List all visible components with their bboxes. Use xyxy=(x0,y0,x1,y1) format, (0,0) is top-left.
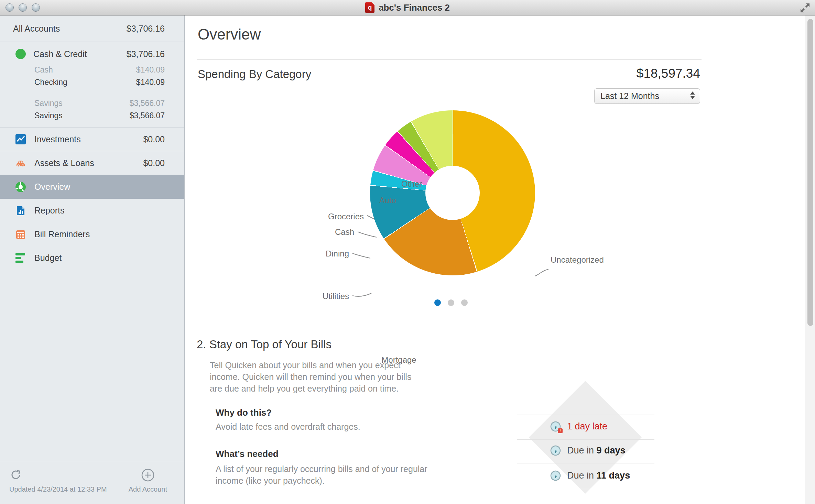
slice-label-uncategorized: Uncategorized xyxy=(551,255,604,265)
alert-badge xyxy=(558,428,563,433)
account-type-row: Savings $3,566.07 xyxy=(0,99,184,108)
why-heading: Why do this? xyxy=(216,407,272,418)
slice-label-dining: Dining xyxy=(319,249,349,259)
add-account-button[interactable]: Add Account xyxy=(129,468,167,504)
clock-icon xyxy=(550,445,561,456)
sidebar-item-checking[interactable]: Checking $140.09 xyxy=(0,78,184,87)
car-icon xyxy=(15,158,26,168)
bill-status-text: 1 day late xyxy=(567,421,607,432)
add-account-label: Add Account xyxy=(129,485,167,493)
quicken-document-icon xyxy=(365,2,374,13)
spending-donut-chart: Other Auto Groceries Cash Dining Utiliti… xyxy=(185,95,815,315)
zoom-button[interactable] xyxy=(32,3,40,12)
all-accounts-amount: $3,706.16 xyxy=(127,24,165,34)
cash-credit-group: Cash & Credit $3,706.16 Cash $140.09 Che… xyxy=(0,42,184,128)
sidebar-item-reports[interactable]: Reports xyxy=(0,199,184,222)
clock-icon xyxy=(550,470,561,481)
sidebar-item-label: Overview xyxy=(34,182,70,192)
slice-label-cash: Cash xyxy=(327,227,354,237)
bill-row-late: 1 day late xyxy=(550,421,607,432)
account-type-row: Cash $140.09 xyxy=(0,65,184,75)
page-title: Overview xyxy=(198,26,261,43)
refresh-icon xyxy=(9,468,22,482)
account-type-label: Cash xyxy=(34,65,53,75)
bills-intro-text: Tell Quicken about your bills and when y… xyxy=(210,359,411,394)
divider xyxy=(197,59,702,60)
sidebar-item-all-accounts[interactable]: All Accounts $3,706.16 xyxy=(0,15,184,42)
carousel-dot[interactable] xyxy=(461,299,468,306)
slice-label-utilities: Utilities xyxy=(317,292,349,301)
bill-row-due: Due in 9 days xyxy=(550,445,626,456)
sidebar-item-label: Assets & Loans xyxy=(34,158,94,168)
divider xyxy=(517,463,654,463)
divider xyxy=(197,324,702,324)
account-type-label: Savings xyxy=(34,99,63,108)
divider xyxy=(517,489,654,489)
sidebar-item-amount: $0.00 xyxy=(143,134,165,144)
title-bar: abc's Finances 2 xyxy=(0,0,815,15)
sidebar-item-savings[interactable]: Savings $3,566.07 xyxy=(0,111,184,120)
needed-text: A list of your regularly occurring bills… xyxy=(216,463,427,486)
sidebar-item-budget[interactable]: Budget xyxy=(0,246,184,270)
carousel-dot[interactable] xyxy=(448,299,454,306)
cash-credit-amount: $3,706.16 xyxy=(127,49,165,59)
sidebar-item-assets-loans[interactable]: Assets & Loans $0.00 xyxy=(0,151,184,175)
sidebar-item-label: Budget xyxy=(34,253,62,263)
slice-label-groceries: Groceries xyxy=(315,212,364,221)
sidebar-item-amount: $0.00 xyxy=(143,158,165,168)
carousel-dot[interactable] xyxy=(434,299,441,306)
account-type-amount: $3,566.07 xyxy=(130,99,165,108)
minimize-button[interactable] xyxy=(19,3,27,12)
needed-heading: What’s needed xyxy=(216,449,279,459)
cash-credit-label: Cash & Credit xyxy=(33,49,87,59)
bill-row-due: Due in 11 days xyxy=(550,470,630,481)
account-name-label: Checking xyxy=(34,78,67,87)
fullscreen-icon[interactable] xyxy=(800,3,810,13)
main-content: Overview $18,597.34 Spending By Category… xyxy=(185,15,815,504)
dollar-icon xyxy=(15,49,26,59)
window-title: abc's Finances 2 xyxy=(379,2,450,13)
sidebar-item-label: Investments xyxy=(34,134,81,144)
scrollbar-track[interactable] xyxy=(805,15,815,504)
budget-bars-icon xyxy=(15,253,26,263)
investments-chart-icon xyxy=(15,134,26,144)
account-name-amount: $140.09 xyxy=(136,78,165,87)
update-button[interactable]: Updated 4/23/2014 at 12:33 PM xyxy=(9,468,107,504)
bill-status-text: Due in 11 days xyxy=(567,470,630,481)
sidebar: All Accounts $3,706.16 Cash & Credit $3,… xyxy=(0,15,185,504)
report-doc-icon xyxy=(15,206,26,216)
all-accounts-label: All Accounts xyxy=(13,24,60,34)
slice-label-other: Other xyxy=(389,179,422,189)
account-name-label: Savings xyxy=(34,111,63,120)
overview-donut-icon xyxy=(15,182,26,192)
why-text: Avoid late fees and overdraft charges. xyxy=(216,422,360,432)
sidebar-item-cash-credit[interactable]: Cash & Credit $3,706.16 xyxy=(0,42,184,59)
carousel-pagination xyxy=(434,299,468,306)
sidebar-item-label: Bill Reminders xyxy=(34,229,90,239)
sidebar-footer: Updated 4/23/2014 at 12:33 PM Add Accoun… xyxy=(0,462,184,504)
sidebar-item-bill-reminders[interactable]: Bill Reminders xyxy=(0,222,184,246)
sidebar-item-label: Reports xyxy=(34,206,65,216)
bill-status-text: Due in 9 days xyxy=(567,445,626,456)
scrollbar-thumb[interactable] xyxy=(807,19,813,326)
divider xyxy=(517,439,654,440)
account-name-amount: $3,566.07 xyxy=(130,111,165,120)
calendar-icon xyxy=(15,229,26,240)
donut-hole xyxy=(425,166,480,220)
plus-circle-icon xyxy=(141,468,155,482)
bills-section-heading: 2. Stay on Top of Your Bills xyxy=(197,338,332,351)
spending-section-heading: Spending By Category xyxy=(198,68,311,81)
slice-label-auto: Auto xyxy=(368,196,396,205)
sidebar-item-investments[interactable]: Investments $0.00 xyxy=(0,128,184,151)
updated-timestamp: Updated 4/23/2014 at 12:33 PM xyxy=(9,485,107,493)
window-controls xyxy=(6,3,40,12)
close-button[interactable] xyxy=(6,3,14,12)
divider xyxy=(517,415,654,415)
sidebar-item-overview[interactable]: Overview xyxy=(0,175,184,199)
clock-alert-icon xyxy=(550,421,561,432)
account-type-amount: $140.09 xyxy=(136,65,165,75)
